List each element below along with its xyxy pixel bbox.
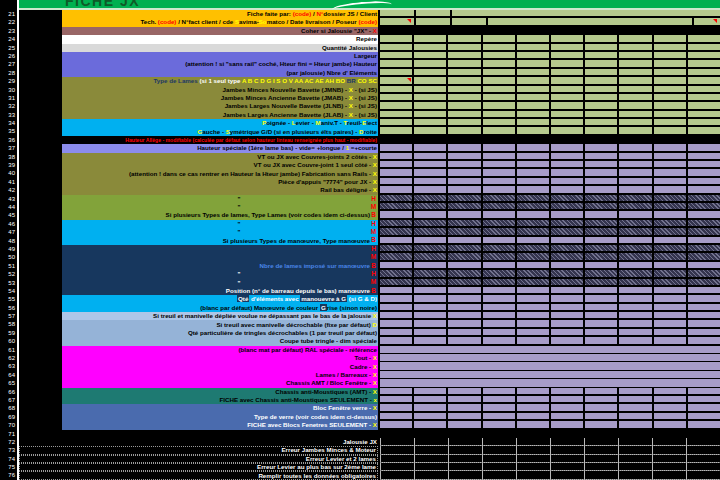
cell[interactable] xyxy=(380,119,412,125)
cell[interactable] xyxy=(414,279,446,285)
cell[interactable] xyxy=(414,178,446,184)
label-cell[interactable]: Erreur Jambes Minces & Moteur xyxy=(19,446,378,454)
label-cell[interactable]: Quantité Jalousies xyxy=(62,44,378,52)
label-cell[interactable]: Coupe tube tringle - dim spéciale xyxy=(62,337,378,345)
cell[interactable] xyxy=(653,446,686,453)
cell[interactable] xyxy=(551,438,584,445)
cell[interactable] xyxy=(414,86,446,92)
row-header-cell[interactable]: 68 xyxy=(0,404,17,412)
label-cell[interactable]: Type de Lames (si 1 seul type A B C D G … xyxy=(62,77,378,85)
cell[interactable] xyxy=(551,421,583,427)
cell[interactable] xyxy=(517,186,549,192)
cell[interactable] xyxy=(517,111,549,117)
cell[interactable] xyxy=(551,111,583,117)
label-cell[interactable]: Si treuil avec manivelle décrochable (fi… xyxy=(62,320,378,328)
cell[interactable] xyxy=(517,86,549,92)
cell[interactable] xyxy=(448,304,480,310)
cell[interactable] xyxy=(483,94,515,100)
cell[interactable] xyxy=(483,127,515,133)
cell[interactable] xyxy=(619,329,651,335)
cell[interactable] xyxy=(688,404,720,410)
label-cell[interactable]: Fiche faite par: (code) / N°dossier JS /… xyxy=(62,10,378,18)
cell[interactable] xyxy=(619,396,651,402)
cell[interactable] xyxy=(414,211,446,217)
cell[interactable] xyxy=(619,52,651,58)
cell[interactable] xyxy=(585,178,617,184)
cell[interactable] xyxy=(380,379,720,386)
row-header-cell[interactable]: 36 xyxy=(0,136,17,144)
cell[interactable] xyxy=(654,279,686,285)
cell[interactable] xyxy=(619,195,651,201)
cell[interactable] xyxy=(449,455,482,462)
cell[interactable] xyxy=(585,446,618,453)
cell[interactable] xyxy=(653,463,686,470)
cell[interactable] xyxy=(688,144,720,150)
cell[interactable] xyxy=(619,337,651,343)
cell[interactable] xyxy=(414,94,446,100)
cell[interactable] xyxy=(414,44,446,50)
cell[interactable] xyxy=(517,463,550,470)
cell[interactable] xyxy=(654,329,686,335)
label-cell[interactable]: Jambes Minces Nouvelle Bavette (JMNB) - … xyxy=(62,86,378,94)
cell[interactable] xyxy=(619,153,651,159)
cell[interactable] xyxy=(483,86,515,92)
cell[interactable] xyxy=(414,329,446,335)
cell[interactable] xyxy=(551,388,583,394)
label-cell[interactable]: Position (n° de barreau depuis le bas) m… xyxy=(62,287,378,295)
cell[interactable] xyxy=(688,413,720,419)
cell[interactable] xyxy=(483,169,515,175)
cell[interactable] xyxy=(380,86,412,92)
cell[interactable] xyxy=(483,471,516,478)
cell[interactable] xyxy=(448,253,480,259)
cell[interactable] xyxy=(585,245,617,251)
cell[interactable] xyxy=(654,220,686,226)
cell[interactable] xyxy=(483,270,515,276)
cell[interactable] xyxy=(483,388,515,394)
cell[interactable] xyxy=(654,262,686,268)
cell[interactable] xyxy=(551,471,584,478)
cell[interactable] xyxy=(551,60,583,66)
row-header-cell[interactable]: 70 xyxy=(0,421,17,429)
cell[interactable] xyxy=(654,413,686,419)
cell[interactable] xyxy=(380,421,412,427)
cell[interactable] xyxy=(517,421,549,427)
row-header-cell[interactable]: 67 xyxy=(0,396,17,404)
cell[interactable] xyxy=(448,69,480,75)
cell[interactable] xyxy=(483,195,515,201)
label-cell[interactable]: Si treuil et manivelle dépliée voulue ne… xyxy=(62,312,378,320)
cell[interactable] xyxy=(688,312,720,318)
cell[interactable] xyxy=(380,211,412,217)
cell[interactable] xyxy=(483,144,515,150)
cell[interactable] xyxy=(380,245,412,251)
row-header-cell[interactable]: 46 xyxy=(0,220,17,228)
label-cell[interactable]: H xyxy=(62,245,378,253)
cell[interactable] xyxy=(414,413,446,419)
cell[interactable] xyxy=(448,77,480,83)
cell[interactable] xyxy=(416,10,450,16)
cell[interactable] xyxy=(517,455,550,462)
label-cell[interactable]: Nbre de lames imposé sur manœuvreB xyxy=(62,262,378,270)
label-cell[interactable]: Coher si Jalousie "JX" - X xyxy=(62,27,378,35)
cell[interactable] xyxy=(448,245,480,251)
cell[interactable] xyxy=(448,60,480,66)
cell[interactable] xyxy=(619,86,651,92)
cell[interactable] xyxy=(483,220,515,226)
cell[interactable] xyxy=(448,178,480,184)
cell[interactable] xyxy=(551,178,583,184)
cell[interactable] xyxy=(551,446,584,453)
cell[interactable] xyxy=(448,86,480,92)
cell[interactable] xyxy=(688,287,720,293)
cell[interactable] xyxy=(380,69,412,75)
cell[interactable] xyxy=(654,94,686,100)
cell[interactable] xyxy=(619,404,651,410)
label-cell[interactable]: "M xyxy=(62,228,378,236)
cell[interactable] xyxy=(619,35,651,41)
cell[interactable] xyxy=(448,237,480,243)
cell[interactable] xyxy=(687,463,720,470)
cell[interactable] xyxy=(448,127,480,133)
cell[interactable] xyxy=(483,320,515,326)
cell[interactable] xyxy=(448,312,480,318)
cell[interactable] xyxy=(585,52,617,58)
cell[interactable] xyxy=(654,161,686,167)
cell[interactable] xyxy=(380,153,412,159)
